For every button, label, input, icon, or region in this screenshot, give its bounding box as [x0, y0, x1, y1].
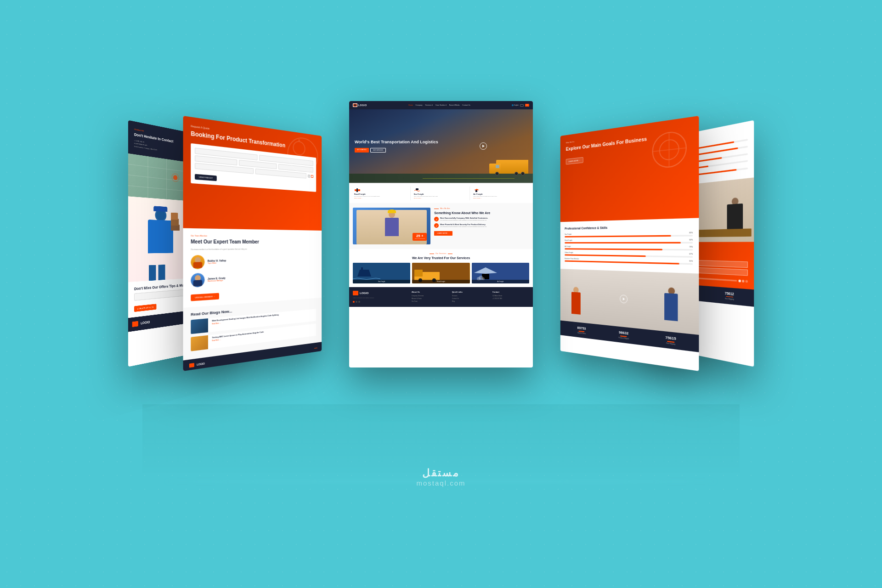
left-footer-logo-icon — [189, 363, 194, 368]
hero-title: World's Best Transportation And Logistic… — [355, 140, 438, 145]
footer-link-5[interactable]: Contact Us — [452, 298, 489, 300]
nav-company[interactable]: Company — [416, 104, 423, 106]
feature-content-2: Most Powerful & Best Security For Produc… — [440, 223, 486, 228]
footer-address: 123 Main Street — [492, 295, 529, 297]
team-play-btn[interactable] — [620, 294, 628, 303]
cab-window — [496, 165, 499, 168]
view-freight-btn[interactable]: VIEW FREIGHT — [195, 174, 217, 181]
skill-air-percent: 79% — [689, 246, 693, 248]
skill-road-label: Road Freight 92% — [565, 239, 693, 241]
scene-ground-reflection — [142, 404, 740, 473]
avatar-bg-1 — [191, 255, 204, 269]
checkbox-2[interactable] — [311, 175, 313, 178]
product-email-input[interactable] — [690, 267, 748, 276]
blog-img-1 — [191, 318, 208, 334]
svg-point-6 — [173, 175, 178, 181]
team-avatar-2 — [191, 273, 204, 288]
skill-road-percent: 92% — [689, 239, 693, 241]
color-dot-1[interactable] — [739, 279, 741, 282]
cards-scene: Contact Us Don't Hesitate to Contact +1(… — [142, 87, 740, 501]
nav-search[interactable] — [520, 104, 524, 107]
checkbox-1[interactable] — [308, 175, 310, 177]
truck-wheel-2 — [514, 172, 518, 175]
skill-team: Exclusive Team Member 91% — [565, 258, 693, 265]
footer-phone: +1 234 567 890 — [492, 298, 529, 300]
product-stat-line-3 — [726, 296, 733, 297]
color-dot-2[interactable] — [742, 279, 744, 282]
truck-wheel-3 — [495, 172, 499, 175]
avatar-body-2 — [193, 280, 202, 287]
service-sea: Sea Freight Take a little about sea frei… — [413, 187, 470, 200]
footer-divider — [314, 348, 317, 349]
road-freight-title: Road Freight — [354, 193, 409, 195]
site-footer: LOGIO Logio is a transport and logistics… — [349, 287, 533, 307]
hero-cta-btn[interactable]: GET STARTED — [355, 148, 369, 153]
view-all-members-btn[interactable]: VIEW ALL MEMBER → — [191, 293, 219, 301]
checkboxes — [308, 173, 313, 179]
skills-subtitle: Professional Confidence & Skills — [565, 224, 693, 230]
courier-box3 — [171, 213, 178, 220]
about-section: 25 + Years Of Experience Who We Are Some… — [349, 203, 533, 249]
svg-rect-17 — [356, 188, 358, 192]
feature-title-1: Best Successfully Company With Satisfied… — [440, 217, 488, 219]
nav-news[interactable]: News & Media — [449, 104, 460, 106]
team-tag: Our Team Member — [191, 234, 316, 238]
stat-3: 75615 Free Shipping — [648, 334, 695, 347]
trusted-section: Our Services We Are Very Trusted For Our… — [349, 249, 533, 287]
team-member-1: Babha Vi. Vallop Top e-Rider — [191, 254, 316, 270]
svg-line-39 — [653, 148, 686, 152]
skill-road-bar — [565, 242, 693, 243]
footer-social — [353, 301, 408, 303]
footer-logo-icon — [353, 291, 358, 295]
experience-badge: 25 + Years Of Experience — [413, 233, 427, 241]
svg-rect-19 — [475, 190, 477, 192]
nav-home[interactable]: Home — [408, 104, 413, 106]
nav-contact[interactable]: Contact Us — [462, 104, 470, 106]
footer-desc: Logio is a transport and logistics compa… — [353, 297, 408, 299]
skill-others-percent: 67% — [689, 253, 693, 255]
footer-link-6[interactable]: Blog — [452, 300, 489, 302]
footer-link-4[interactable]: Services — [452, 295, 489, 297]
about-tag-text: Who We Are — [440, 208, 450, 209]
about-tag: Who We Are — [434, 208, 529, 209]
hero-play-btn[interactable] — [480, 142, 487, 150]
avatar-body-1 — [193, 262, 202, 269]
learn-more-btn[interactable]: LEARN MORE → — [434, 231, 452, 236]
team-member-info-1: Babha Vi. Vallop Top e-Rider — [208, 259, 226, 265]
hero-section: World's Best Transportation And Logistic… — [349, 109, 533, 183]
nav-cta-btn[interactable]: ☰ — [525, 104, 529, 107]
footer-link-1[interactable]: Company Overview — [412, 295, 448, 297]
blog-img-2 — [191, 335, 208, 351]
about-feature-2: ✓ Most Powerful & Best Security For Prod… — [434, 223, 529, 228]
feature-desc-2: Our association records standing is a fi… — [440, 226, 486, 228]
logo-text: LOGIO — [358, 104, 367, 107]
road-freight-link[interactable]: READ MORE → — [354, 198, 409, 199]
team-play-icon — [623, 298, 625, 300]
skill-sea-name: Sea Freight — [565, 233, 571, 235]
team-member-info-2: James E. Grady Warehouse Manager — [208, 277, 226, 282]
product-stat-3: 75612 Free Shipping — [710, 290, 750, 302]
sea-freight-link[interactable]: READ MORE → — [414, 198, 469, 199]
nav-case-studies[interactable]: Case Studies ▾ — [435, 104, 447, 106]
service-card-air: Air Freight — [472, 263, 529, 283]
skill-sea-percent: 85% — [689, 232, 693, 234]
footer-link-2[interactable]: Mission & Vision — [412, 298, 448, 300]
learn-more-btn-right[interactable]: LEARN MORE → — [566, 157, 583, 165]
nav-links: Home Company Services ▾ Case Studies ▾ N… — [408, 104, 470, 106]
nav-services[interactable]: Services ▾ — [425, 104, 433, 106]
nav-language[interactable]: 🌐 English — [512, 104, 519, 106]
tp1-body — [571, 292, 581, 314]
hero-services-btn[interactable]: OUR SERVICES — [370, 148, 386, 153]
blog-content-2: Testing ABC Lorem Ipsum to Play-Automati… — [210, 329, 265, 349]
color-dot-3[interactable] — [746, 280, 748, 283]
newsletter-submit[interactable]: SUBSCRIBE NOW — [134, 304, 157, 312]
services-grid: Sea Freight — [353, 263, 529, 283]
tp2-body — [664, 293, 678, 321]
air-freight-link[interactable]: READ MORE → — [473, 198, 528, 199]
team-person-2 — [664, 287, 679, 333]
footer-about-col: LOGIO Logio is a transport and logistics… — [353, 291, 408, 303]
footer-link-3[interactable]: Our Team — [412, 300, 448, 302]
exp-label: Years Of Experience — [414, 238, 425, 239]
main-nav: LOGIO Home Company Services ▾ Case Studi… — [349, 101, 533, 109]
watermark: مستقل mostaql.com — [416, 467, 465, 487]
